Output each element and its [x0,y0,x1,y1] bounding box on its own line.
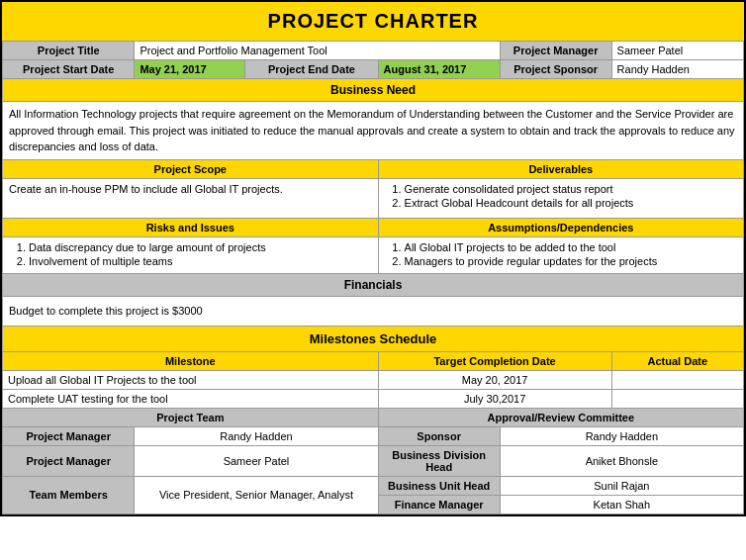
target-col-header: Target Completion Date [378,351,611,370]
assumptions-list: All Global IT projects to be added to th… [378,236,743,273]
approval-name-4: Ketan Shah [500,495,743,513]
project-title-label: Project Title [3,42,135,60]
project-start-value: May 21, 2017 [135,60,245,79]
deliverable-item-2: Extract Global Headcount details for all… [405,197,737,209]
project-manager-value: Sameer Patel [611,42,743,60]
approval-name-1: Randy Hadden [500,426,743,445]
assumption-item-2: Managers to provide regular updates for … [405,255,737,267]
team-role-2: Project Manager [3,445,135,476]
assumption-item-1: All Global IT projects to be added to th… [405,241,737,253]
approval-role-3: Business Unit Head [378,476,500,495]
project-sponsor-value: Randy Hadden [611,60,743,79]
deliverable-item-1: Generate consolidated project status rep… [405,183,737,195]
financials-text: Budget to complete this project is $3000 [3,296,744,326]
milestone-row-2: Complete UAT testing for the tool [3,389,379,408]
project-manager-label: Project Manager [500,42,611,60]
project-team-header: Project Team [3,408,379,426]
milestone-target-1: May 20, 2017 [378,370,611,389]
approval-role-4: Finance Manager [378,495,500,513]
milestone-target-2: July 30,2017 [378,389,611,408]
risks-header: Risks and Issues [3,218,379,236]
team-name-2: Sameer Patel [135,445,378,476]
risk-item-1: Data discrepancy due to large amount of … [29,241,372,253]
approval-header: Approval/Review Committee [378,408,743,426]
project-title-value: Project and Portfolio Management Tool [135,42,500,60]
financials-header: Financials [3,273,744,296]
project-end-label: Project End Date [245,60,378,79]
deliverables-header: Deliverables [378,159,743,178]
risks-list: Data discrepancy due to large amount of … [3,236,379,273]
team-name-3: Vice President, Senior Manager, Analyst [135,476,378,513]
deliverables-list: Generate consolidated project status rep… [378,178,743,218]
project-end-value: August 31, 2017 [378,60,500,79]
team-name-1: Randy Hadden [135,426,378,445]
actual-col-header: Actual Date [611,351,743,370]
milestone-row-1: Upload all Global IT Projects to the too… [3,370,379,389]
approval-name-2: Aniket Bhonsle [500,445,743,476]
project-start-label: Project Start Date [3,60,135,79]
milestone-actual-2 [611,389,743,408]
milestones-header: Milestones Schedule [3,326,744,351]
risk-item-2: Involvement of multiple teams [29,255,372,267]
assumptions-header: Assumptions/Dependencies [378,218,743,236]
project-scope-text: Create an in-house PPM to include all Gl… [3,178,379,218]
milestone-col-header: Milestone [3,351,379,370]
approval-role-2: Business Division Head [378,445,500,476]
milestone-actual-1 [611,370,743,389]
project-scope-header: Project Scope [3,159,379,178]
team-role-3: Team Members [3,476,135,513]
approval-name-3: Sunil Rajan [500,476,743,495]
business-need-header: Business Need [3,79,744,102]
team-role-1: Project Manager [3,426,135,445]
project-sponsor-label: Project Sponsor [500,60,611,79]
page-title: PROJECT CHARTER [2,2,744,41]
business-need-text: All Information Technology projects that… [3,102,744,160]
approval-role-1: Sponsor [378,426,500,445]
